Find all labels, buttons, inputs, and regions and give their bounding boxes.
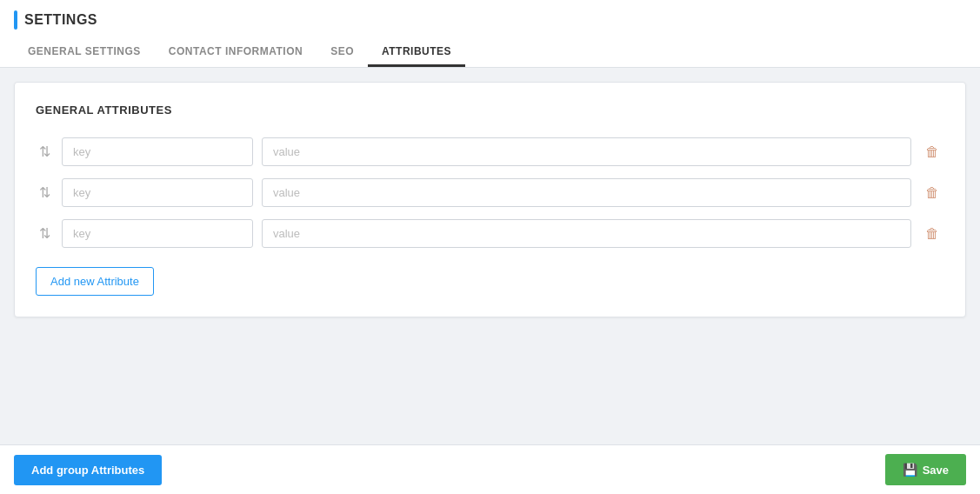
tab-contact-information[interactable]: CONTACT INFORMATION: [155, 38, 317, 67]
page-title: SETTINGS: [24, 12, 97, 28]
add-group-button[interactable]: Add group Attributes: [14, 455, 162, 485]
save-button-label: Save: [923, 464, 949, 477]
section-title: GENERAL ATTRIBUTES: [36, 103, 944, 117]
drag-handle-icon[interactable]: ⇅: [36, 184, 53, 201]
tab-general-settings[interactable]: GENERAL SETTINGS: [14, 38, 155, 67]
tab-bar: GENERAL SETTINGS CONTACT INFORMATION SEO…: [14, 38, 966, 67]
save-button[interactable]: 💾 Save: [885, 454, 966, 485]
attributes-card: GENERAL ATTRIBUTES ⇅ 🗑 ⇅ 🗑 ⇅ 🗑 Add new A…: [14, 82, 966, 317]
main-content: GENERAL ATTRIBUTES ⇅ 🗑 ⇅ 🗑 ⇅ 🗑 Add new A…: [0, 68, 980, 444]
value-input-1[interactable]: [262, 137, 911, 166]
attribute-row: ⇅ 🗑: [36, 178, 944, 207]
key-input-1[interactable]: [62, 137, 253, 166]
delete-button-1[interactable]: 🗑: [920, 141, 944, 164]
save-icon: 💾: [903, 463, 917, 477]
value-input-3[interactable]: [262, 219, 911, 248]
add-attribute-button[interactable]: Add new Attribute: [36, 267, 154, 296]
page-header: SETTINGS GENERAL SETTINGS CONTACT INFORM…: [0, 0, 980, 68]
tab-seo[interactable]: SEO: [317, 38, 368, 67]
tab-attributes[interactable]: ATTRIBUTES: [368, 38, 465, 67]
value-input-2[interactable]: [262, 178, 911, 207]
key-input-2[interactable]: [62, 178, 253, 207]
key-input-3[interactable]: [62, 219, 253, 248]
page-title-container: SETTINGS: [14, 10, 966, 30]
delete-button-2[interactable]: 🗑: [920, 182, 944, 204]
drag-handle-icon[interactable]: ⇅: [36, 144, 53, 160]
delete-button-3[interactable]: 🗑: [920, 223, 944, 245]
attribute-row: ⇅ 🗑: [36, 219, 944, 248]
title-accent-bar: [14, 10, 17, 30]
drag-handle-icon[interactable]: ⇅: [36, 225, 53, 242]
footer-bar: Add group Attributes 💾 Save: [0, 444, 980, 494]
attribute-row: ⇅ 🗑: [36, 137, 944, 166]
